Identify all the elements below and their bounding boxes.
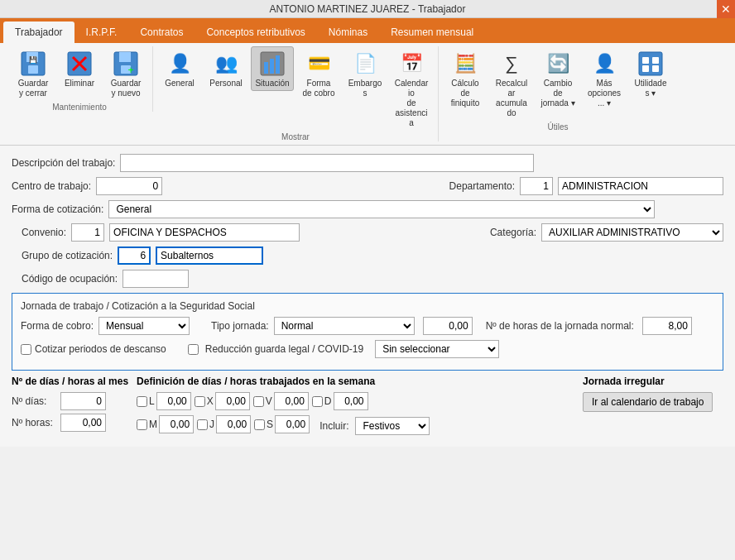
dias-input[interactable] — [60, 392, 106, 410]
eliminar-button[interactable]: Eliminar — [58, 46, 101, 91]
day-s-item: S — [254, 415, 310, 433]
day-x-label: X — [207, 395, 214, 407]
descripcion-input[interactable] — [120, 154, 534, 172]
situacion-icon — [257, 49, 287, 79]
tab-conceptos[interactable]: Conceptos retributivos — [195, 22, 316, 43]
cambio-jornada-button[interactable]: 🔄 Cambio dejornada ▾ — [536, 46, 579, 111]
tab-contratos[interactable]: Contratos — [128, 22, 195, 43]
dias-label: Nº días: — [12, 395, 57, 407]
codigo-label: Código de ocupación: — [12, 273, 118, 285]
day-d-checkbox[interactable] — [312, 396, 323, 407]
forma-cobro-select[interactable]: Mensual — [98, 317, 190, 335]
convenio-id-input[interactable] — [71, 223, 104, 242]
tab-nominas[interactable]: Nóminas — [317, 22, 379, 43]
grupo-id-input[interactable] — [118, 246, 151, 265]
day-l-input[interactable] — [156, 392, 191, 410]
day-d-input[interactable] — [334, 392, 368, 410]
day-m-checkbox[interactable] — [137, 419, 147, 430]
svg-rect-12 — [264, 62, 268, 74]
mas-opciones-button[interactable]: 👤 Másopciones... ▾ — [583, 46, 626, 111]
mostrar-label: Mostrar — [281, 132, 310, 141]
departamento-name-input[interactable] — [558, 177, 723, 195]
recalcular-button[interactable]: ∑ Recalcularacumulado — [490, 46, 533, 121]
day-x-input[interactable] — [215, 392, 250, 410]
convenio-name-input[interactable] — [109, 223, 300, 242]
title-text: ANTONIO MARTINEZ JUAREZ - Trabajador — [270, 3, 466, 15]
calculo-finiquito-label: Cálculo definiquito — [448, 79, 483, 108]
day-d-item: D — [312, 392, 368, 410]
horas-normales-input[interactable] — [642, 317, 692, 335]
mantenimiento-label: Mantenimiento — [52, 103, 107, 112]
centro-label: Centro de trabajo: — [12, 180, 91, 192]
incluir-label: Incluir: — [319, 420, 348, 432]
svg-rect-16 — [642, 57, 649, 64]
departamento-id-input[interactable] — [520, 177, 553, 195]
day-v-checkbox[interactable] — [253, 396, 264, 407]
centro-input[interactable] — [96, 177, 162, 195]
situacion-button[interactable]: Situación — [251, 46, 294, 91]
day-m-input[interactable] — [159, 415, 194, 433]
recalcular-icon: ∑ — [497, 49, 526, 79]
codigo-input[interactable] — [122, 270, 189, 288]
grupo-label: Grupo de cotización: — [12, 250, 113, 261]
personal-label: Personal — [209, 79, 242, 89]
day-j-checkbox[interactable] — [197, 419, 208, 430]
cambio-jornada-label: Cambio dejornada ▾ — [540, 79, 575, 108]
personal-button[interactable]: 👥 Personal — [204, 46, 247, 91]
day-m-item: M — [137, 415, 194, 433]
horas-normales-label: Nº de horas de la jornada normal: — [486, 320, 634, 332]
day-j-item: J — [197, 415, 251, 433]
tab-trabajador[interactable]: Trabajador — [3, 22, 74, 43]
descripcion-label: Descripción del trabajo: — [12, 157, 115, 169]
jornada-title: Jornada de trabajo / Cotización a la Seg… — [21, 300, 714, 312]
day-s-checkbox[interactable] — [254, 419, 265, 430]
embargos-button[interactable]: 📄 Embargos — [343, 46, 387, 101]
horas-jornada-input[interactable] — [423, 317, 473, 335]
svg-rect-17 — [652, 57, 659, 64]
tab-irpf[interactable]: I.R.P.F. — [74, 22, 129, 43]
departamento-label: Departamento: — [449, 180, 515, 192]
dias-horas-label: Nº de días / horas al mes — [12, 376, 128, 387]
incluir-select[interactable]: Festivos — [355, 417, 430, 435]
forma-cobro-button[interactable]: 💳 Formade cobro — [297, 46, 340, 101]
tab-resumen[interactable]: Resumen mensual — [379, 22, 485, 43]
svg-rect-14 — [276, 55, 280, 74]
calendario-trabajo-button[interactable]: Ir al calendario de trabajo — [583, 392, 713, 412]
svg-rect-8 — [119, 52, 131, 62]
calendario-button[interactable]: 📅 Calendariode asistencia — [390, 46, 433, 131]
day-v-input[interactable] — [274, 392, 309, 410]
reduccion-checkbox[interactable] — [188, 344, 199, 355]
eliminar-icon — [65, 49, 94, 79]
categoria-label: Categoría: — [490, 227, 536, 238]
forma-cobro-tipo-row: Forma de cobro: Mensual Tipo jornada: No… — [21, 317, 714, 335]
tipo-jornada-select[interactable]: Normal — [274, 317, 415, 335]
cotizar-checkbox[interactable] — [21, 344, 31, 355]
day-x-checkbox[interactable] — [195, 396, 205, 407]
centro-departamento-row: Centro de trabajo: Departamento: — [12, 177, 723, 195]
svg-rect-19 — [652, 65, 659, 72]
guardar-nuevo-button[interactable]: + Guardary nuevo — [104, 46, 147, 101]
utilidades-button[interactable]: Utilidades ▾ — [629, 46, 672, 101]
day-l-checkbox[interactable] — [137, 396, 147, 407]
horas-mes-input[interactable] — [60, 414, 106, 432]
week-row-2: M J S Incluir: Festivos — [137, 414, 574, 435]
categoria-select[interactable]: AUXILIAR ADMINISTRATIVO — [541, 223, 723, 242]
general-button[interactable]: 👤 General — [158, 46, 201, 91]
close-button[interactable]: ✕ — [717, 0, 735, 18]
n-dias-row: Nº días: — [12, 392, 128, 410]
tipo-jornada-label: Tipo jornada: — [211, 320, 269, 332]
day-s-input[interactable] — [275, 415, 310, 433]
calculo-finiquito-button[interactable]: 🧮 Cálculo definiquito — [444, 46, 487, 111]
mas-opciones-icon: 👤 — [589, 49, 619, 79]
forma-cotizacion-select[interactable]: General — [108, 200, 655, 218]
semana-col: Definición de días / horas trabajados en… — [137, 376, 574, 438]
svg-text:💾: 💾 — [29, 55, 37, 64]
situacion-label: Situación — [255, 79, 289, 89]
day-j-input[interactable] — [216, 415, 251, 433]
grupo-name-input[interactable] — [156, 246, 263, 265]
forma-cotizacion-row: Forma de cotización: General — [12, 200, 723, 218]
day-l-label: L — [149, 395, 155, 407]
general-icon: 👤 — [165, 49, 195, 79]
reduccion-select[interactable]: Sin seleccionar — [375, 340, 499, 358]
guardar-cerrar-button[interactable]: 💾 Guardary cerrar — [12, 46, 55, 101]
